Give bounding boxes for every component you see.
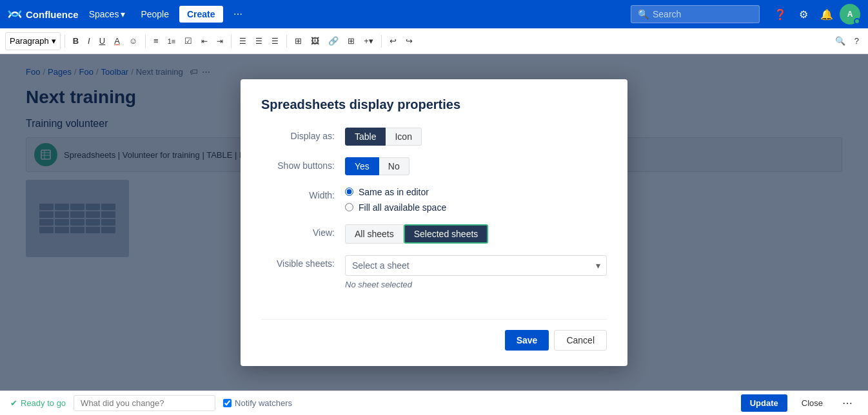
text-color-icon: A (114, 36, 120, 46)
show-buttons-control: Yes No (345, 157, 607, 175)
display-as-row: Display as: Table Icon (261, 128, 607, 146)
width-same-option[interactable]: Same as in editor (345, 187, 607, 197)
app-logo[interactable]: Confluence (8, 7, 79, 21)
spaces-chevron-icon: ▾ (121, 9, 125, 19)
italic-button[interactable]: I (84, 32, 94, 50)
toolbar-divider-2 (145, 35, 146, 48)
ellipsis-icon: ⋯ (842, 398, 853, 409)
display-as-icon-button[interactable]: Icon (386, 128, 421, 146)
show-buttons-no-button[interactable]: No (379, 157, 409, 175)
notifications-button[interactable]: 🔔 (816, 4, 837, 24)
width-fill-option[interactable]: Fill all available space (345, 202, 607, 213)
task-button[interactable]: ☑ (181, 32, 196, 50)
image-icon: 🖼 (311, 36, 319, 46)
plus-icon: +▾ (364, 36, 373, 46)
more-menu-button[interactable]: ⋯ (228, 6, 248, 22)
ready-status: ✔ Ready to go (10, 398, 66, 408)
spaces-menu[interactable]: Spaces ▾ (84, 6, 131, 22)
gear-icon: ⚙ (799, 8, 808, 21)
underline-button[interactable]: U (95, 32, 109, 50)
more-icon: ⋯ (233, 9, 242, 19)
numbered-list-button[interactable]: 1≡ (164, 32, 180, 50)
numbered-list-icon: 1≡ (168, 37, 176, 45)
width-radio-group: Same as in editor Fill all available spa… (345, 187, 607, 213)
width-same-radio[interactable] (345, 188, 353, 196)
outdent-icon: ⇤ (201, 37, 208, 46)
redo-icon: ↪ (406, 36, 413, 46)
layout-button[interactable]: ⊞ (291, 32, 306, 50)
layout-icon: ⊞ (295, 36, 302, 46)
link-icon: 🔗 (328, 36, 339, 46)
display-as-table-button[interactable]: Table (345, 128, 386, 146)
save-button[interactable]: Save (505, 330, 549, 351)
settings-button[interactable]: ⚙ (793, 4, 814, 24)
indent-button[interactable]: ⇥ (213, 32, 227, 50)
app-name: Confluence (26, 9, 79, 20)
view-label: View: (261, 224, 345, 238)
cancel-button[interactable]: Cancel (554, 330, 607, 351)
align-left-button[interactable]: ☰ (235, 32, 250, 50)
align-right-button[interactable]: ☰ (268, 32, 282, 50)
main-area: Foo / Pages / Foo / Toolbar / Next train… (0, 54, 868, 391)
align-left-icon: ☰ (239, 37, 246, 46)
create-button[interactable]: Create (179, 6, 223, 23)
link-button[interactable]: 🔗 (324, 32, 342, 50)
close-button[interactable]: Close (795, 394, 829, 412)
bell-icon: 🔔 (820, 8, 833, 21)
show-buttons-label: Show buttons: (261, 157, 345, 171)
show-buttons-yes-button[interactable]: Yes (345, 157, 379, 175)
more-options-button[interactable]: ⋯ (837, 394, 858, 412)
bullet-list-button[interactable]: ≡ (150, 32, 163, 50)
width-control: Same as in editor Fill all available spa… (345, 187, 607, 213)
redo-button[interactable]: ↪ (402, 32, 417, 50)
view-selected-sheets-button[interactable]: Selected sheets (404, 224, 489, 244)
toolbar-divider-4 (286, 35, 287, 48)
visible-sheets-label: Visible sheets: (261, 255, 345, 269)
align-right-icon: ☰ (271, 37, 279, 46)
sheet-select[interactable]: Select a sheet (345, 255, 607, 276)
question-mark-icon: ? (854, 36, 859, 46)
image-button[interactable]: 🖼 (307, 32, 323, 50)
display-as-control: Table Icon (345, 128, 607, 146)
insert-plus-button[interactable]: +▾ (360, 32, 377, 50)
modal-title: Spreadsheets display properties (261, 97, 607, 112)
show-buttons-btn-group: Yes No (345, 157, 607, 175)
table-button[interactable]: ⊞ (344, 32, 359, 50)
align-center-button[interactable]: ☰ (252, 32, 266, 50)
width-fill-radio[interactable] (345, 203, 353, 211)
outdent-button[interactable]: ⇤ (197, 32, 212, 50)
text-color-button[interactable]: A (110, 32, 124, 50)
toolbar-divider-5 (381, 35, 382, 48)
sheet-select-wrapper: Select a sheet ▾ (345, 255, 607, 276)
bold-button[interactable]: B (69, 32, 83, 50)
avatar-status-badge (854, 18, 860, 24)
change-description-input[interactable] (74, 395, 215, 411)
notify-watchers-checkbox[interactable] (223, 399, 232, 407)
ready-text: Ready to go (21, 398, 66, 408)
undo-icon: ↩ (390, 36, 397, 46)
show-buttons-row: Show buttons: Yes No (261, 157, 607, 175)
people-menu[interactable]: People (135, 6, 174, 22)
paragraph-style-select[interactable]: Paragraph ▾ (5, 32, 61, 50)
view-row: View: All sheets Selected sheets (261, 224, 607, 244)
update-button[interactable]: Update (741, 394, 787, 412)
user-avatar[interactable]: A (840, 4, 860, 24)
toolbar-help-button[interactable]: ? (851, 32, 863, 50)
editor-toolbar: Paragraph ▾ B I U A ☺ ≡ 1≡ ☑ ⇤ ⇥ ☰ ☰ ☰ ⊞… (0, 28, 868, 54)
toolbar-search-button[interactable]: 🔍 (831, 32, 849, 50)
search-input[interactable] (653, 9, 743, 19)
toolbar-divider-3 (231, 35, 232, 48)
search-bar[interactable]: 🔍 (631, 5, 760, 23)
undo-button[interactable]: ↩ (386, 32, 400, 50)
no-sheet-text: No sheet selected (345, 280, 607, 289)
align-center-icon: ☰ (255, 37, 262, 46)
view-control: All sheets Selected sheets (345, 224, 607, 244)
notify-watchers-label[interactable]: Notify watchers (223, 398, 292, 408)
view-all-sheets-button[interactable]: All sheets (345, 224, 404, 244)
search-icon: 🔍 (835, 36, 845, 46)
help-button[interactable]: ❓ (770, 4, 791, 24)
table-icon: ⊞ (348, 36, 355, 46)
emoticon-button[interactable]: ☺ (125, 32, 141, 50)
modal-overlay[interactable]: Spreadsheets display properties Display … (0, 54, 868, 391)
width-label: Width: (261, 187, 345, 200)
